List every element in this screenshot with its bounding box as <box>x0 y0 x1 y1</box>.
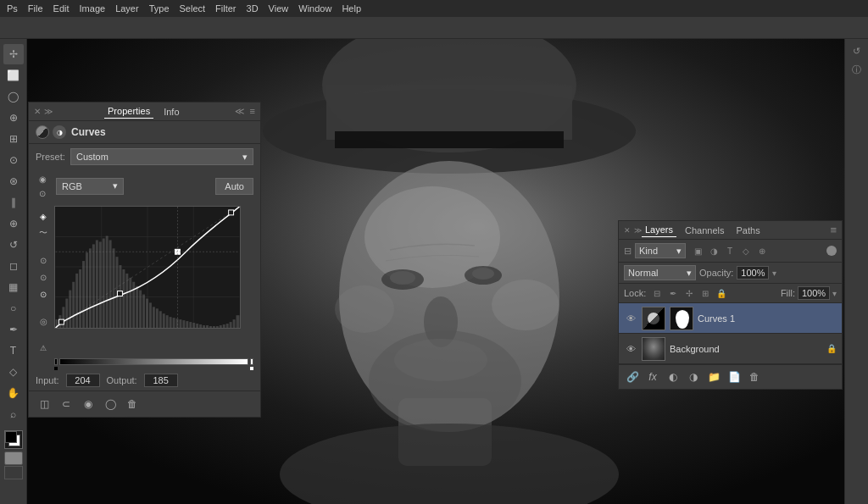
foreground-color[interactable] <box>4 430 23 449</box>
layer-item-background[interactable]: 👁 Background 🔒 <box>619 334 842 364</box>
layer-item-curves1[interactable]: 👁 Curves 1 <box>619 303 842 334</box>
menu-file[interactable]: File <box>28 3 43 14</box>
svg-rect-67 <box>192 323 195 328</box>
quick-mask-mode[interactable] <box>4 451 23 465</box>
kind-dropdown[interactable]: Kind ▾ <box>635 243 686 258</box>
output-field[interactable]: 185 <box>144 374 178 387</box>
history-icon[interactable]: ↺ <box>849 42 865 59</box>
fill-field[interactable]: 100% <box>798 286 830 300</box>
black-point[interactable] <box>54 358 58 365</box>
menu-select[interactable]: Select <box>180 3 206 14</box>
layers-menu-icon[interactable]: ≡ <box>830 224 837 236</box>
new-adjustment-button[interactable]: ◑ <box>685 368 702 385</box>
filter-toggle[interactable] <box>826 246 837 256</box>
properties-collapse-button[interactable]: ≫ <box>44 107 53 116</box>
pen-tool[interactable]: ✒ <box>3 319 24 340</box>
dodge-tool[interactable]: ○ <box>3 298 24 318</box>
channel-dropdown[interactable]: RGB <box>56 178 124 195</box>
tab-channels[interactable]: Channels <box>682 224 727 237</box>
delete-layer-button[interactable]: 🗑 <box>746 368 763 385</box>
curve-graph[interactable] <box>54 206 241 329</box>
eyedropper-black-tool[interactable]: ⊙ <box>36 253 50 267</box>
select-point-tool[interactable]: ⊙ <box>36 186 49 200</box>
move-tool[interactable]: ✢ <box>3 44 24 64</box>
panel-double-arrow-icon[interactable]: ≪ <box>235 106 245 117</box>
menu-filter[interactable]: Filter <box>215 3 236 14</box>
filter-type-icon[interactable]: T <box>723 244 737 258</box>
menu-image[interactable]: Image <box>80 3 106 14</box>
eyedropper-gray-tool[interactable]: ⊙ <box>36 270 50 284</box>
spot-heal-tool[interactable]: ⊛ <box>3 171 24 191</box>
panel-menu-icon[interactable]: ≡ <box>250 106 255 117</box>
filter-smart-icon[interactable]: ⊕ <box>755 244 769 258</box>
add-mask-button[interactable]: ◐ <box>665 368 682 385</box>
menu-3d[interactable]: 3D <box>247 3 259 14</box>
blend-mode-dropdown[interactable]: Normal ▾ <box>624 265 696 280</box>
layers-close-button[interactable]: ✕ <box>624 226 631 235</box>
opacity-arrow-icon[interactable]: ▾ <box>772 269 776 278</box>
menu-ps[interactable]: Ps <box>7 3 18 14</box>
zoom-tool[interactable]: ⌕ <box>3 404 24 424</box>
filter-pixel-icon[interactable]: ▣ <box>691 244 704 258</box>
menu-view[interactable]: View <box>269 3 289 14</box>
layers-collapse-button[interactable]: ≫ <box>634 226 642 235</box>
clip-mask-button[interactable]: ⊂ <box>58 396 75 413</box>
tab-info[interactable]: Info <box>160 105 182 119</box>
shape-tool[interactable]: ◇ <box>3 362 24 382</box>
menu-window[interactable]: Window <box>298 3 331 14</box>
link-layers-button[interactable]: 🔗 <box>624 368 641 385</box>
brush-tool[interactable]: ∥ <box>3 192 24 213</box>
gradient-tool[interactable]: ▦ <box>3 277 24 297</box>
menu-edit[interactable]: Edit <box>53 3 70 14</box>
filter-adjustment-icon[interactable]: ◑ <box>707 244 721 258</box>
preview-button[interactable]: ◯ <box>102 396 119 413</box>
tab-layers[interactable]: Layers <box>642 223 676 237</box>
hand-tool[interactable]: ✋ <box>3 383 24 403</box>
target-adjust-tool[interactable]: ◎ <box>36 314 50 328</box>
eyedropper-white-tool[interactable]: ⊙ <box>36 287 50 301</box>
quick-select-tool[interactable]: ⊕ <box>3 108 24 128</box>
tab-properties[interactable]: Properties <box>104 104 153 119</box>
curves1-visibility-eye[interactable]: 👁 <box>624 312 637 325</box>
lock-transparent-button[interactable]: ⊟ <box>650 286 664 300</box>
info-icon[interactable]: ⓘ <box>849 61 865 78</box>
crop-tool[interactable]: ⊞ <box>3 129 24 149</box>
rectangular-marquee-tool[interactable]: ⬜ <box>3 65 24 86</box>
lock-artboard-button[interactable]: ⊞ <box>698 286 712 300</box>
auto-button[interactable]: Auto <box>215 178 253 195</box>
create-layer-button[interactable]: ◫ <box>36 396 53 413</box>
preset-dropdown[interactable]: Custom <box>70 148 253 165</box>
add-fx-button[interactable]: fx <box>644 368 661 385</box>
history-brush-tool[interactable]: ↺ <box>3 235 24 255</box>
lock-image-button[interactable]: ✒ <box>666 286 680 300</box>
lasso-tool[interactable]: ◯ <box>3 86 24 107</box>
curves1-mask-thumbnail[interactable] <box>670 307 693 330</box>
properties-close-button[interactable]: ✕ <box>34 107 41 116</box>
menu-type[interactable]: Type <box>149 3 170 14</box>
new-layer-button[interactable]: 📄 <box>726 368 743 385</box>
text-tool[interactable]: T <box>3 341 24 361</box>
menu-help[interactable]: Help <box>342 3 361 14</box>
filter-shape-icon[interactable]: ◇ <box>739 244 753 258</box>
lock-position-button[interactable]: ✢ <box>682 286 696 300</box>
delete-adjustment-button[interactable]: 🗑 <box>124 396 141 413</box>
sample-color-tool[interactable]: ◉ <box>36 172 49 186</box>
clone-stamp-tool[interactable]: ⊕ <box>3 213 24 234</box>
menu-layer[interactable]: Layer <box>115 3 139 14</box>
opacity-field[interactable]: 100% <box>737 266 769 280</box>
edit-point-tool[interactable]: ◈ <box>36 209 50 223</box>
visibility-button[interactable]: ◉ <box>80 396 97 413</box>
tab-paths[interactable]: Paths <box>733 224 764 237</box>
draw-curve-tool[interactable]: 〜 <box>36 226 50 240</box>
new-group-button[interactable]: 📁 <box>705 368 722 385</box>
screen-mode[interactable] <box>4 466 23 479</box>
input-field[interactable]: 204 <box>66 374 100 387</box>
white-point[interactable] <box>250 358 253 365</box>
fill-arrow-icon[interactable]: ▾ <box>832 289 837 298</box>
lock-row: Lock: ⊟ ✒ ✢ ⊞ 🔒 Fill: 100% ▾ <box>619 284 842 303</box>
eyedropper-tool[interactable]: ⊙ <box>3 150 24 170</box>
eraser-tool[interactable]: ◻ <box>3 256 24 276</box>
background-visibility-eye[interactable]: 👁 <box>624 342 637 356</box>
lock-all-button[interactable]: 🔒 <box>715 286 728 300</box>
input-output-row: Input: 204 Output: 185 <box>29 370 260 390</box>
